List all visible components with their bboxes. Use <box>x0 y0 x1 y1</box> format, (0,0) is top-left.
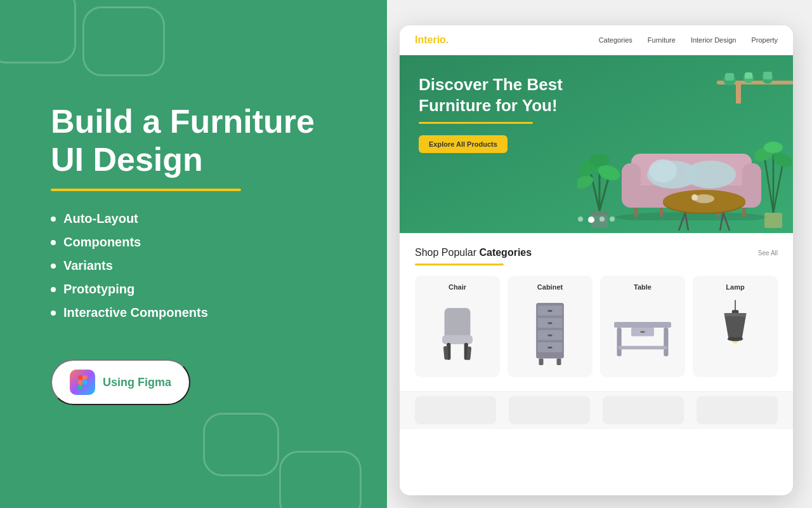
lamp-illustration <box>698 297 773 370</box>
categories-title: Shop Popular Categories <box>415 247 532 258</box>
svg-point-19 <box>649 159 677 182</box>
category-card-title: Cabinet <box>537 283 563 291</box>
svg-line-39 <box>773 163 783 213</box>
svg-rect-66 <box>640 331 645 333</box>
bullet-icon <box>51 264 56 269</box>
bullet-icon <box>51 217 56 222</box>
nav-furniture[interactable]: Furniture <box>648 36 676 44</box>
category-card-table[interactable]: Table <box>600 276 685 377</box>
bullet-icon <box>51 240 56 245</box>
hero-title: Discover The BestFurniture for You! <box>419 74 563 116</box>
bottom-card-4 <box>697 396 778 424</box>
feature-item-4: Prototyping <box>51 282 336 297</box>
svg-rect-64 <box>618 345 667 349</box>
nav-property[interactable]: Property <box>751 36 778 44</box>
feature-item-5: Interactive Components <box>51 305 336 320</box>
bullet-icon <box>51 311 56 316</box>
svg-rect-59 <box>539 358 544 365</box>
feature-item-2: Components <box>51 235 336 250</box>
figma-icon <box>70 370 95 395</box>
carousel-dot-1[interactable] <box>578 217 583 222</box>
bottom-strip <box>400 391 793 429</box>
svg-point-70 <box>728 337 743 341</box>
svg-line-38 <box>764 157 773 213</box>
categories-header: Shop Popular Categories See All <box>415 247 778 258</box>
cabinet-illustration <box>513 297 587 370</box>
nav-interior-design[interactable]: Interior Design <box>691 36 737 44</box>
svg-rect-56 <box>548 322 553 324</box>
categories-section: Shop Popular Categories See All Chair <box>400 233 793 391</box>
deco-rect-top-right <box>82 6 165 76</box>
carousel-dot-2[interactable] <box>588 217 594 223</box>
svg-rect-60 <box>557 358 561 365</box>
see-all-link[interactable]: See All <box>758 250 778 257</box>
svg-rect-61 <box>614 322 671 328</box>
bullet-icon <box>51 287 56 292</box>
hero-section: Discover The BestFurniture for You! Expl… <box>400 55 793 233</box>
svg-rect-37 <box>764 213 782 228</box>
feature-item-1: Auto-Layout <box>51 211 336 226</box>
svg-rect-45 <box>442 335 473 344</box>
chair-illustration <box>420 297 495 370</box>
svg-line-30 <box>590 170 599 211</box>
figma-label: Using Figma <box>103 376 171 389</box>
svg-rect-55 <box>548 310 553 312</box>
bottom-card-1 <box>415 396 496 424</box>
hero-content: Discover The BestFurniture for You! Expl… <box>400 55 793 153</box>
category-card-lamp[interactable]: Lamp <box>693 276 778 377</box>
category-cards-container: Chair <box>415 276 778 377</box>
svg-rect-63 <box>664 328 668 356</box>
svg-point-27 <box>691 194 698 201</box>
svg-point-35 <box>589 154 610 166</box>
svg-rect-15 <box>622 163 641 208</box>
left-panel: Build a Furniture UI Design Auto-Layout … <box>0 0 387 508</box>
carousel-dots <box>578 217 615 223</box>
site-logo: Interio. <box>415 34 449 46</box>
site-navbar: Interio. Categories Furniture Interior D… <box>400 25 793 55</box>
bottom-card-2 <box>509 396 590 424</box>
svg-line-22 <box>679 213 685 231</box>
svg-line-24 <box>720 213 723 231</box>
title-underline-decoration <box>51 189 241 191</box>
bottom-card-3 <box>603 396 684 424</box>
right-panel: Interio. Categories Furniture Interior D… <box>387 0 812 508</box>
svg-line-31 <box>599 176 609 211</box>
explore-products-button[interactable]: Explore All Products <box>419 135 508 153</box>
browser-window: Interio. Categories Furniture Interior D… <box>400 25 793 495</box>
feature-item-3: Variants <box>51 258 336 273</box>
svg-rect-44 <box>445 308 471 339</box>
categories-title-underline <box>415 264 504 265</box>
svg-rect-58 <box>548 347 553 349</box>
category-card-chair[interactable]: Chair <box>415 276 500 377</box>
hero-title-underline <box>419 122 533 124</box>
deco-rect-bottom-right <box>203 413 279 476</box>
category-card-cabinet[interactable]: Cabinet <box>508 276 593 377</box>
table-illustration <box>605 297 680 370</box>
deco-rect-bottom-left <box>279 451 362 508</box>
svg-line-25 <box>723 213 730 231</box>
category-card-title: Table <box>634 283 652 291</box>
carousel-dot-3[interactable] <box>599 217 605 222</box>
nav-links: Categories Furniture Interior Design Pro… <box>599 36 778 44</box>
svg-rect-62 <box>617 328 622 356</box>
svg-rect-29 <box>590 211 609 216</box>
nav-categories[interactable]: Categories <box>599 36 632 44</box>
features-list: Auto-Layout Components Variants Prototyp… <box>51 211 336 329</box>
figma-button[interactable]: Using Figma <box>51 359 190 405</box>
svg-line-23 <box>685 213 688 231</box>
deco-rect-top-left <box>0 0 76 64</box>
category-card-title: Lamp <box>726 283 744 291</box>
category-card-title: Chair <box>449 283 466 291</box>
svg-rect-57 <box>548 334 553 336</box>
carousel-dot-4[interactable] <box>610 217 615 222</box>
main-title: Build a Furniture UI Design <box>51 103 336 179</box>
